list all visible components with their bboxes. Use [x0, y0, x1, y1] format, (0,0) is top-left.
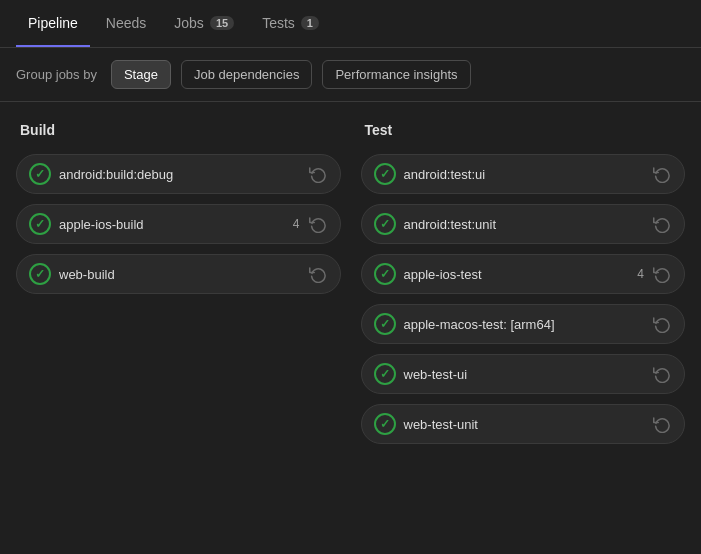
job-right: 4 [637, 264, 672, 284]
list-item[interactable]: android:test:ui [361, 154, 686, 194]
job-right [652, 414, 672, 434]
job-right: 4 [293, 214, 328, 234]
job-count: 4 [293, 217, 300, 231]
job-count: 4 [637, 267, 644, 281]
group-jobs-label: Group jobs by [16, 67, 97, 82]
tab-pipeline-label: Pipeline [28, 15, 78, 31]
success-icon [374, 213, 396, 235]
success-icon [29, 213, 51, 235]
job-right [308, 164, 328, 184]
tab-tests-label: Tests [262, 15, 295, 31]
pipeline-content: Build android:build:debug apple-ios-buil… [0, 102, 701, 464]
tab-pipeline[interactable]: Pipeline [16, 0, 90, 47]
job-right [308, 264, 328, 284]
tab-jobs[interactable]: Jobs 15 [162, 0, 246, 47]
job-name: web-test-ui [404, 367, 468, 382]
retry-icon[interactable] [652, 314, 672, 334]
job-right [652, 214, 672, 234]
job-left: apple-ios-build [29, 213, 144, 235]
job-left: apple-macos-test: [arm64] [374, 313, 555, 335]
list-item[interactable]: android:test:unit [361, 204, 686, 244]
group-jobs-bar: Group jobs by Stage Job dependencies Per… [0, 48, 701, 102]
success-icon [374, 413, 396, 435]
list-item[interactable]: apple-ios-build 4 [16, 204, 341, 244]
job-left: web-test-unit [374, 413, 478, 435]
tab-tests[interactable]: Tests 1 [250, 0, 331, 47]
list-item[interactable]: web-test-ui [361, 354, 686, 394]
success-icon [374, 263, 396, 285]
retry-icon[interactable] [308, 264, 328, 284]
tab-bar: Pipeline Needs Jobs 15 Tests 1 [0, 0, 701, 48]
retry-icon[interactable] [308, 164, 328, 184]
list-item[interactable]: android:build:debug [16, 154, 341, 194]
job-right [652, 164, 672, 184]
job-left: android:build:debug [29, 163, 173, 185]
job-name: web-test-unit [404, 417, 478, 432]
job-name: apple-ios-build [59, 217, 144, 232]
job-left: apple-ios-test [374, 263, 482, 285]
test-column-header: Test [361, 122, 686, 138]
tab-tests-badge: 1 [301, 16, 319, 30]
tab-jobs-label: Jobs [174, 15, 204, 31]
success-icon [29, 263, 51, 285]
success-icon [29, 163, 51, 185]
list-item[interactable]: apple-macos-test: [arm64] [361, 304, 686, 344]
job-left: web-build [29, 263, 115, 285]
job-name: android:test:ui [404, 167, 486, 182]
job-left: android:test:ui [374, 163, 486, 185]
job-name: apple-macos-test: [arm64] [404, 317, 555, 332]
build-column-header: Build [16, 122, 341, 138]
tab-jobs-badge: 15 [210, 16, 234, 30]
list-item[interactable]: apple-ios-test 4 [361, 254, 686, 294]
success-icon [374, 363, 396, 385]
build-column: Build android:build:debug apple-ios-buil… [16, 122, 341, 444]
tab-needs[interactable]: Needs [94, 0, 158, 47]
group-by-performance-insights-button[interactable]: Performance insights [322, 60, 470, 89]
retry-icon[interactable] [652, 164, 672, 184]
job-right [652, 314, 672, 334]
retry-icon[interactable] [308, 214, 328, 234]
retry-icon[interactable] [652, 364, 672, 384]
retry-icon[interactable] [652, 414, 672, 434]
job-right [652, 364, 672, 384]
group-by-stage-button[interactable]: Stage [111, 60, 171, 89]
job-name: android:build:debug [59, 167, 173, 182]
list-item[interactable]: web-build [16, 254, 341, 294]
job-left: android:test:unit [374, 213, 497, 235]
list-item[interactable]: web-test-unit [361, 404, 686, 444]
success-icon [374, 163, 396, 185]
group-by-job-dependencies-button[interactable]: Job dependencies [181, 60, 313, 89]
job-name: web-build [59, 267, 115, 282]
retry-icon[interactable] [652, 264, 672, 284]
retry-icon[interactable] [652, 214, 672, 234]
job-name: android:test:unit [404, 217, 497, 232]
job-left: web-test-ui [374, 363, 468, 385]
success-icon [374, 313, 396, 335]
test-column: Test android:test:ui android:test:unit [361, 122, 686, 444]
tab-needs-label: Needs [106, 15, 146, 31]
job-name: apple-ios-test [404, 267, 482, 282]
